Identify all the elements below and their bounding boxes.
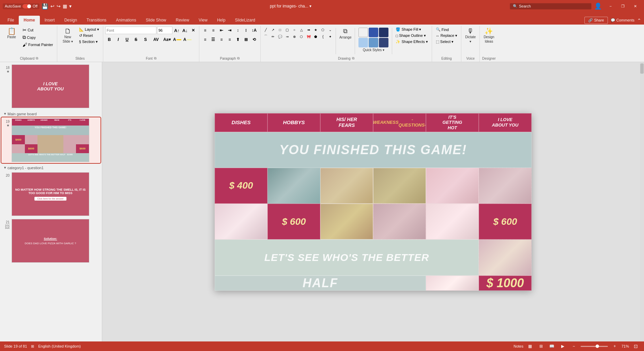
columns-button[interactable]: ⫶ bbox=[242, 27, 250, 34]
copy-button[interactable]: ⧉ Copy bbox=[21, 34, 55, 41]
redo-icon[interactable]: ↪ bbox=[57, 3, 61, 9]
clear-format-button[interactable]: ✕ bbox=[189, 27, 197, 34]
find-button[interactable]: 🔍 Find bbox=[434, 27, 459, 32]
smartart-button[interactable]: ⊞ bbox=[242, 36, 250, 43]
shape-extra-btn[interactable]: ✦ bbox=[327, 33, 333, 40]
section-label-main-game-board[interactable]: ▾ Main game board bbox=[1, 110, 101, 117]
italic-button[interactable]: I bbox=[114, 36, 122, 43]
dictate-button[interactable]: 🎙 Dictate ▾ bbox=[463, 27, 477, 44]
shape-brace-btn[interactable]: { bbox=[320, 33, 326, 40]
tab-design[interactable]: Design bbox=[60, 16, 82, 25]
shape-line-btn[interactable]: ╱ bbox=[263, 27, 269, 33]
shape-flowchart-btn[interactable]: ⬡ bbox=[298, 33, 305, 40]
close-button[interactable]: ✕ bbox=[629, 0, 641, 12]
shape-pentagon-btn[interactable]: ⬠ bbox=[320, 27, 326, 33]
numbering-button[interactable]: ≡ bbox=[210, 27, 217, 34]
justify-button[interactable]: ≡ bbox=[226, 36, 233, 43]
comments-button[interactable]: 💬 Comments bbox=[611, 18, 634, 23]
section-button[interactable]: § Section ▾ bbox=[77, 39, 101, 45]
shape-triangle-btn[interactable]: △ bbox=[298, 27, 305, 33]
slide-item-19[interactable]: 19 ★ DISHES HOBBYS HIS/HER WEAK IT'S I L… bbox=[1, 117, 101, 163]
new-slide-button[interactable]: 🗋 New Slide ▾ bbox=[59, 27, 76, 44]
customize-icon[interactable]: ▾ bbox=[69, 3, 72, 9]
shape-effects-button[interactable]: ✨ Shape Effects ▾ bbox=[394, 39, 429, 45]
decrease-indent-button[interactable]: ⇤ bbox=[218, 27, 225, 34]
present-icon[interactable]: ▦ bbox=[63, 3, 67, 9]
bullets-button[interactable]: ≡ bbox=[201, 27, 209, 34]
shape-fill-button[interactable]: 🪣 Shape Fill ▾ bbox=[394, 27, 429, 32]
align-right-button[interactable]: ≡ bbox=[218, 36, 225, 43]
language-indicator[interactable]: English (United Kingdom) bbox=[38, 344, 81, 348]
bold-button[interactable]: B bbox=[105, 36, 113, 43]
search-box[interactable]: 🔍 Search bbox=[510, 3, 592, 10]
slide-layout-icon[interactable]: ⊞ bbox=[31, 344, 34, 349]
shadow-button[interactable]: S bbox=[141, 36, 150, 43]
increase-indent-button[interactable]: ⇥ bbox=[226, 27, 233, 34]
strikethrough-button[interactable]: S bbox=[132, 36, 140, 43]
view-slideshow-button[interactable]: ▶ bbox=[559, 343, 567, 350]
shape-ribbon-btn[interactable]: 🎀 bbox=[306, 33, 312, 40]
align-left-button[interactable]: ≡ bbox=[201, 36, 209, 43]
tab-file[interactable]: File bbox=[3, 16, 19, 25]
cut-button[interactable]: ✂ Cut bbox=[21, 27, 55, 33]
tab-animations[interactable]: Animations bbox=[111, 16, 141, 25]
shape-arrow-btn[interactable]: ↗ bbox=[270, 27, 276, 33]
view-reading-button[interactable]: 📖 bbox=[548, 343, 556, 350]
select-button[interactable]: ⬚ Select ▾ bbox=[434, 39, 459, 45]
font-color-button[interactable]: A bbox=[173, 36, 182, 43]
font-size-input[interactable] bbox=[157, 27, 172, 34]
drawing-expand-icon[interactable]: ⧉ bbox=[352, 56, 354, 60]
fit-slide-button[interactable]: ⊡ bbox=[632, 343, 640, 350]
title-dropdown-icon[interactable]: ▾ bbox=[309, 4, 311, 9]
change-case-button[interactable]: Aa▾ bbox=[162, 36, 172, 43]
slide-item-20[interactable]: 20 NO MATTER HOW STRONG THE SMELL IS, IT… bbox=[1, 171, 101, 217]
align-center-button[interactable]: ☰ bbox=[210, 36, 217, 43]
shape-equation-btn[interactable]: ⊕ bbox=[291, 33, 297, 40]
slide-item-21[interactable]: 21 🖼 Solution: DOES DAD LOVE PIZZA WITH … bbox=[1, 218, 101, 264]
zoom-in-button[interactable]: + bbox=[611, 343, 619, 350]
underline-button[interactable]: U bbox=[123, 36, 131, 43]
tab-slideshow[interactable]: Slide Show bbox=[141, 16, 171, 25]
shapes-more-btn[interactable]: ⌄ bbox=[327, 27, 333, 33]
view-normal-button[interactable]: ▦ bbox=[526, 343, 534, 350]
view-slide-sorter-button[interactable]: ⊞ bbox=[537, 343, 545, 350]
format-painter-button[interactable]: 🖌 Format Painter bbox=[21, 41, 55, 48]
char-spacing-button[interactable]: AV bbox=[151, 36, 161, 43]
shape-curve-btn[interactable]: ⌒ bbox=[263, 33, 269, 40]
section-label-category1[interactable]: ▾ category1 - question1 bbox=[1, 164, 101, 171]
notes-button[interactable]: Notes bbox=[513, 344, 523, 348]
slide-item-18[interactable]: 18 ★ I LOVE ABOUT YOU bbox=[1, 63, 101, 109]
shape-block-arrow-btn[interactable]: ⇒ bbox=[284, 33, 290, 40]
autosave-toggle[interactable]: AutoSave Off bbox=[3, 3, 40, 9]
tab-view[interactable]: View bbox=[194, 16, 212, 25]
zoom-level[interactable]: 71% bbox=[622, 344, 629, 348]
shape-callout-btn[interactable]: 💬 bbox=[277, 33, 283, 40]
quick-styles-button[interactable]: Quick Styles ▾ bbox=[357, 27, 390, 53]
line-spacing-button[interactable]: ↕ bbox=[234, 27, 242, 34]
shape-outline-button[interactable]: □ Shape Outline ▾ bbox=[394, 33, 429, 39]
tab-transitions[interactable]: Transitions bbox=[82, 16, 111, 25]
shape-action-btn[interactable]: ⬟ bbox=[313, 33, 319, 40]
save-icon[interactable]: 💾 bbox=[42, 3, 48, 10]
undo-icon[interactable]: ↩ bbox=[50, 3, 55, 9]
tab-home[interactable]: Home bbox=[19, 16, 40, 25]
increase-font-button[interactable]: A↑ bbox=[173, 27, 181, 34]
zoom-out-button[interactable]: − bbox=[570, 343, 578, 350]
shape-freeform-btn[interactable]: ✏ bbox=[270, 33, 276, 40]
layout-button[interactable]: 📐 Layout ▾ bbox=[77, 27, 101, 32]
shape-rtarrow-btn[interactable]: ➡ bbox=[306, 27, 312, 33]
autosave-switch[interactable] bbox=[22, 4, 31, 9]
convert-button[interactable]: ⟲ bbox=[250, 36, 258, 43]
restore-button[interactable]: ❐ bbox=[617, 0, 629, 12]
decrease-font-button[interactable]: A↓ bbox=[181, 27, 189, 34]
shape-star-btn[interactable]: ★ bbox=[313, 27, 319, 33]
shape-roundrect-btn[interactable]: ▢ bbox=[284, 27, 290, 33]
design-ideas-button[interactable]: ✨ Design Ideas bbox=[482, 27, 496, 44]
font-expand-icon[interactable]: ⧉ bbox=[154, 56, 156, 60]
text-direction-button[interactable]: ⬆ bbox=[234, 36, 242, 43]
font-family-input[interactable] bbox=[105, 27, 156, 34]
reset-button[interactable]: ↺ Reset bbox=[77, 33, 101, 39]
minimize-button[interactable]: − bbox=[604, 0, 617, 12]
replace-button[interactable]: ↔ Replace ▾ bbox=[434, 33, 459, 39]
sort-button[interactable]: ↕A bbox=[250, 27, 258, 34]
